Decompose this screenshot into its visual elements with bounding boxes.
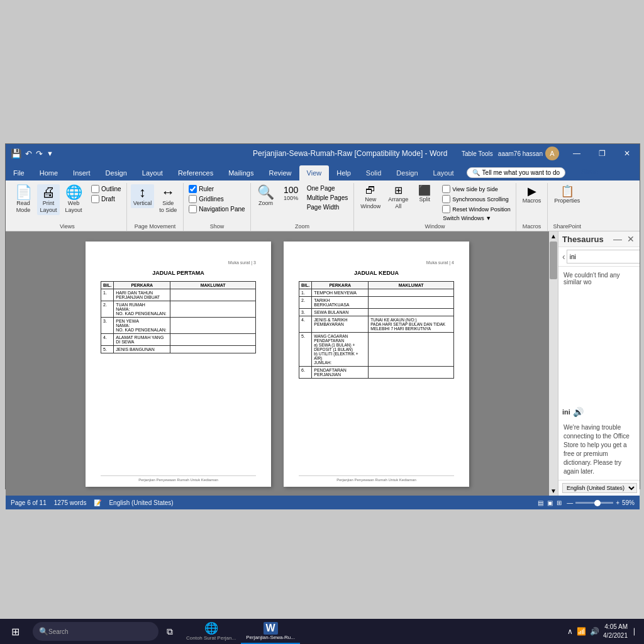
arrange-all-button[interactable]: ⊞ ArrangeAll	[386, 184, 411, 211]
table-row: 4. JENIS & TARIKH PEMBAYARAN TUNAI KE AK…	[299, 316, 454, 333]
left-page-title: JADUAL PERTAMA	[101, 270, 256, 276]
thesaurus-minimize-button[interactable]: —	[612, 234, 623, 244]
share-button[interactable]: Share	[575, 167, 604, 177]
tab-review[interactable]: Review	[262, 165, 299, 180]
user-avatar: A	[545, 147, 559, 160]
network-icon[interactable]: 📶	[577, 627, 586, 636]
tab-file[interactable]: File	[6, 165, 32, 180]
tell-me-text: Tell me what you want to do	[482, 169, 560, 176]
minimize-button[interactable]: —	[564, 144, 589, 163]
zoom-button[interactable]: 🔍 Zoom	[255, 184, 277, 208]
reset-window-check[interactable]: Reset Window Position	[441, 204, 512, 214]
right-page-title: JADUAL KEDUA	[299, 270, 454, 276]
table-row: 6. PENDAFTARAN PERJANJIAN	[299, 367, 454, 379]
one-page-button[interactable]: One Page	[305, 184, 350, 192]
read-mode-button[interactable]: 📄 ReadMode	[12, 184, 35, 215]
taskbar-tray: ∧ 📶 🔊 4:05 AM 4/2/2021 ▏	[562, 619, 644, 644]
left-table-header-bil: BIL.	[101, 282, 114, 289]
tab-layout[interactable]: Layout	[135, 165, 170, 180]
zoom-out-button[interactable]: —	[567, 499, 573, 506]
tab-help[interactable]: Help	[329, 165, 358, 180]
multiple-pages-button[interactable]: Multiple Pages	[305, 194, 350, 202]
zoom-percentage: 59%	[622, 499, 635, 506]
track-changes-icon: 📝	[94, 499, 101, 506]
zoom-100-button[interactable]: 100 100%	[280, 184, 303, 203]
taskbar-app-chrome[interactable]: 🌐 Contoh Surat Perjan...	[181, 619, 241, 644]
tab-layout2[interactable]: Layout	[426, 165, 462, 180]
show-desktop-button[interactable]: ▏	[634, 628, 639, 635]
view-web-icon[interactable]: ⊞	[557, 499, 562, 506]
ribbon-tabs: File Home Insert Design Layout Reference…	[6, 163, 640, 180]
outline-check[interactable]: Outline	[90, 184, 123, 194]
zoom-in-button[interactable]: +	[616, 499, 619, 506]
tab-insert[interactable]: Insert	[65, 165, 98, 180]
vertical-scrollbar[interactable]: ▲ ▼	[549, 231, 558, 496]
scroll-down-button[interactable]: ▼	[549, 486, 558, 496]
thesaurus-language-dropdown[interactable]: English (United States)	[562, 483, 637, 493]
tab-design2[interactable]: Design	[389, 165, 425, 180]
volume-icon[interactable]: 🔊	[590, 627, 599, 636]
synchronous-scrolling-check[interactable]: Synchronous Scrolling	[441, 194, 512, 204]
zoom-slider[interactable]	[575, 502, 613, 504]
up-arrow-icon[interactable]: ∧	[567, 627, 573, 636]
arrange-all-icon: ⊞	[394, 186, 402, 196]
ribbon-group-show: Ruler Gridlines Navigation Pane Show	[184, 183, 250, 231]
view-read-icon[interactable]: ▤	[538, 499, 543, 506]
tab-home[interactable]: Home	[32, 165, 65, 180]
scroll-up-button[interactable]: ▲	[549, 231, 558, 241]
read-mode-icon: 📄	[15, 186, 32, 199]
tell-me-box[interactable]: 🔍 Tell me what you want to do	[467, 167, 565, 178]
word-icon: W	[264, 622, 278, 635]
thesaurus-search-input[interactable]	[567, 250, 640, 264]
draft-check[interactable]: Draft	[90, 194, 123, 204]
split-button[interactable]: ⬛ Split	[413, 184, 436, 211]
scroll-thumb[interactable]	[550, 242, 557, 279]
restore-button[interactable]: ❐	[589, 144, 614, 163]
view-side-by-side-check[interactable]: View Side by Side	[441, 184, 512, 194]
vertical-button[interactable]: ↕ Vertical	[131, 184, 155, 208]
redo-icon[interactable]: ↷	[36, 149, 43, 158]
side-to-side-button[interactable]: ↔ Sideto Side	[157, 184, 179, 215]
tab-mailings[interactable]: Mailings	[221, 165, 261, 180]
status-bar: Page 6 of 11 1275 words 📝 English (Unite…	[6, 496, 640, 509]
task-view-button[interactable]: ⧉	[158, 619, 181, 644]
start-button[interactable]: ⊞	[0, 619, 30, 644]
new-window-icon: 🗗	[365, 186, 375, 196]
title-bar: 💾 ↶ ↷ ▼ Perjanjian-Sewa-Rumah-Raw [Compa…	[6, 144, 640, 163]
chrome-icon: 🌐	[204, 621, 218, 635]
undo-icon[interactable]: ↶	[25, 149, 32, 158]
word-count: 1275 words	[54, 499, 87, 506]
tab-references[interactable]: References	[170, 165, 221, 180]
more-icon[interactable]: ▼	[47, 150, 53, 157]
windows-logo-icon: ⊞	[11, 626, 19, 638]
thesaurus-no-result-text: We couldn't find any similar wo	[558, 267, 640, 291]
table-row: 4. ALAMAT RUMAH YANG DI SEWA	[101, 334, 256, 346]
taskbar-app-word[interactable]: W Perjanjian-Sewa-Ru...	[241, 619, 300, 644]
gridlines-check[interactable]: Gridlines	[187, 194, 246, 204]
arrange-all-label: ArrangeAll	[388, 196, 408, 210]
macros-button[interactable]: ▶ Macros	[520, 184, 544, 206]
new-window-button[interactable]: 🗗 NewWindow	[358, 184, 383, 211]
print-layout-button[interactable]: 🖨 PrintLayout	[37, 184, 60, 215]
document-scroll-area[interactable]: Muka surat | 3 JADUAL PERTAMA BIL. PERKA…	[6, 231, 549, 496]
taskbar-clock[interactable]: 4:05 AM 4/2/2021	[603, 623, 628, 640]
thesaurus-close-button[interactable]: ✕	[626, 234, 636, 244]
zoom-100-label: 100%	[284, 195, 298, 202]
page-width-button[interactable]: Page Width	[305, 203, 350, 211]
tab-design[interactable]: Design	[98, 165, 135, 180]
tab-solid[interactable]: Solid	[358, 165, 389, 180]
view-print-icon[interactable]: ▣	[547, 499, 553, 506]
read-mode-label: ReadMode	[16, 200, 31, 214]
properties-button[interactable]: 📋 Properties	[552, 184, 582, 206]
ribbon-group-zoom: 🔍 Zoom 100 100% One Page Multiple Pages …	[251, 183, 355, 231]
left-page-num: Muka surat | 3	[101, 260, 256, 265]
navigation-pane-check[interactable]: Navigation Pane	[187, 204, 246, 214]
thesaurus-back-icon[interactable]: ‹	[562, 252, 565, 262]
taskbar-search[interactable]: 🔍 Search	[33, 622, 158, 641]
ruler-check[interactable]: Ruler	[187, 184, 246, 194]
tab-view[interactable]: View	[299, 165, 330, 180]
web-layout-button[interactable]: 🌐 WebLayout	[62, 184, 85, 215]
thesaurus-sound-button[interactable]: 🔊	[573, 407, 584, 417]
close-button[interactable]: ✕	[614, 144, 640, 163]
switch-windows-button[interactable]: Switch Windows ▼	[441, 214, 512, 222]
